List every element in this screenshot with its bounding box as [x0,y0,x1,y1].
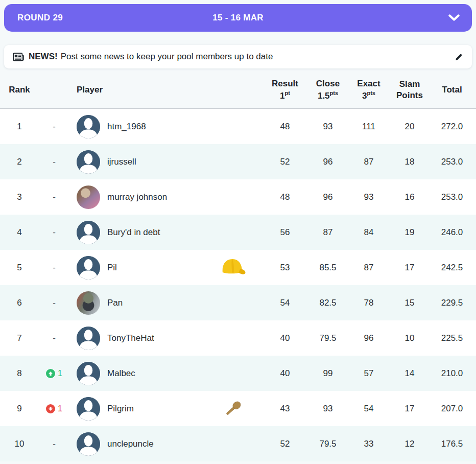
column-header-player: Player [69,84,264,96]
player-cell: murray johnson [69,179,264,215]
result-value: 56 [264,227,306,238]
player-name: Pan [107,298,123,308]
player-avatar [77,397,100,421]
rank-change-none: - [53,227,56,238]
total-value: 210.0 [431,368,473,379]
player-cell: Pil [69,250,264,285]
table-header-row: Rank Player Result 1pt Close 1.5pts Exac… [0,72,476,109]
column-header-total: Total [431,84,473,96]
column-header-result: Result 1pt [264,78,306,102]
rank-change-none: - [53,298,56,308]
rank-change-none: - [53,439,56,449]
rank-down-value: 1 [58,404,62,413]
leaderboard-table: Rank Player Result 1pt Close 1.5pts Exac… [0,72,476,461]
rank-change: - [39,298,69,308]
rank-up-value: 1 [58,369,62,378]
total-value: 246.0 [431,227,473,238]
player-name: htm_1968 [107,122,146,132]
slam-value: 15 [388,298,431,308]
news-message: Post some news to keep your pool members… [61,52,273,62]
exact-value: 87 [349,263,388,273]
player-cell: htm_1968 [69,109,264,144]
news-banner: NEWS! Post some news to keep your pool m… [4,45,472,68]
exact-value: 84 [349,227,388,238]
close-value: 99 [306,368,349,379]
gold-cap-icon [220,254,246,281]
exact-value: 111 [349,122,388,132]
column-header-exact: Exact 3pts [349,78,388,102]
table-row[interactable]: 9 1 Pilgrim [0,391,476,426]
round-selector-bar[interactable]: ROUND 29 15 - 16 MAR [4,4,472,32]
close-value: 96 [306,192,349,202]
player-name: unclepuncle [107,439,154,449]
player-cell: Pan [69,285,264,320]
close-value: 93 [306,404,349,414]
total-value: 253.0 [431,192,473,202]
rank-change: 1 [39,404,69,413]
total-value: 253.0 [431,157,473,167]
rank-value: 10 [0,439,39,449]
player-avatar [77,221,100,244]
result-value: 40 [264,368,306,379]
result-value: 52 [264,157,306,167]
player-avatar [77,185,100,209]
table-row[interactable]: 1 - htm_1968 [0,109,476,144]
player-avatar [77,432,100,456]
rank-value: 6 [0,298,39,308]
table-row[interactable]: 7 - TonyTheHat [0,320,476,356]
player-name: TonyTheHat [107,333,154,343]
rank-value: 1 [0,122,39,132]
close-value: 79.5 [306,333,349,343]
table-row[interactable]: 5 - Pil [0,250,476,285]
column-header-slam: Slam Points [388,79,431,101]
total-value: 242.5 [431,263,473,273]
total-value: 225.5 [431,333,473,343]
table-row[interactable]: 4 - Bury'd in debt [0,215,476,250]
player-cell: Pilgrim [69,391,264,426]
rank-change: - [39,333,69,343]
result-value: 53 [264,263,306,273]
slam-value: 16 [388,192,431,202]
exact-value: 78 [349,298,388,308]
rank-change-none: - [53,122,56,132]
column-header-rank: Rank [0,84,39,96]
slam-value: 19 [388,227,431,238]
rank-change: 1 [39,369,69,378]
slam-value: 20 [388,122,431,132]
rank-change-none: - [53,333,56,343]
total-value: 229.5 [431,298,473,308]
table-row[interactable]: 8 1 Malbec [0,356,476,391]
total-value: 272.0 [431,122,473,132]
result-value: 48 [264,122,306,132]
chevron-down-icon[interactable] [448,4,460,32]
table-row[interactable]: 3 - murray johnson [0,179,476,215]
player-avatar [77,291,100,315]
round-label: ROUND 29 [17,4,63,32]
player-cell: Malbec [69,356,264,391]
round-dates: 15 - 16 MAR [212,13,264,23]
player-cell: TonyTheHat [69,320,264,356]
rank-value: 7 [0,333,39,343]
table-row[interactable]: 6 - Pan [0,285,476,320]
table-row[interactable]: 10 - unclepuncle [0,426,476,461]
player-cell: unclepuncle [69,426,264,461]
player-avatar [77,327,100,350]
close-value: 85.5 [306,263,349,273]
rank-value: 9 [0,404,39,414]
rank-change: - [39,122,69,132]
table-row[interactable]: 2 - ijrussell [0,144,476,179]
result-value: 52 [264,439,306,449]
rank-change-none: - [53,157,56,167]
rank-value: 2 [0,157,39,167]
close-value: 96 [306,157,349,167]
close-value: 93 [306,122,349,132]
rank-value: 8 [0,368,39,379]
rank-up-icon [46,369,55,378]
result-value: 48 [264,192,306,202]
total-value: 207.0 [431,404,473,414]
rank-value: 5 [0,263,39,273]
slam-value: 14 [388,368,431,379]
edit-pencil-icon[interactable] [455,53,463,61]
player-name: Malbec [107,368,135,379]
slam-value: 18 [388,157,431,167]
